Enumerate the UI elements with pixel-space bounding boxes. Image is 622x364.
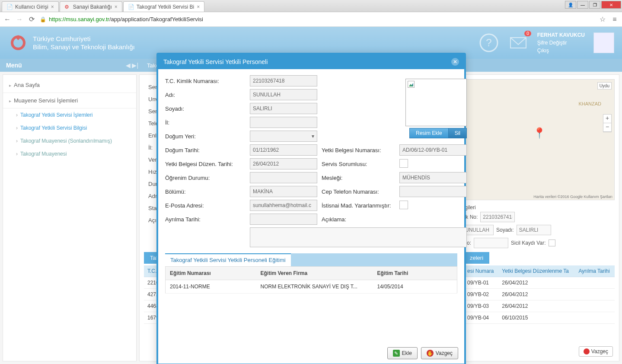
edu-col-firma: Eğitim Veren Firma (256, 267, 373, 280)
modal-add-button[interactable]: ✎ Ekle (387, 347, 418, 359)
ad-input[interactable] (250, 89, 317, 100)
table-row[interactable]: 2014-11-NORMENORM ELEKTRONİK SANAYİ VE D… (166, 280, 457, 294)
aciklama-textarea[interactable] (250, 227, 467, 247)
yetki-tarih-input[interactable] (250, 158, 317, 169)
modal-footer: ✎ Ekle ✋ Vazgeç (158, 343, 464, 364)
modal-close-button[interactable]: ✕ (451, 58, 459, 66)
sorumlu-checkbox[interactable] (399, 159, 408, 168)
edu-table: Eğitim Numarası Eğitim Veren Firma Eğiti… (165, 266, 457, 294)
chevron-down-icon: ▾ (312, 133, 314, 139)
photo-preview (405, 79, 467, 126)
photo-delete-button[interactable]: Sil (449, 128, 467, 138)
bolum-input[interactable] (250, 186, 317, 197)
ayrilma-input[interactable] (250, 214, 317, 225)
tc-input[interactable] (250, 75, 317, 86)
modal-titlebar: Takograf Yetkili Servisi Yetkili Persone… (158, 54, 464, 69)
il-input[interactable] (250, 117, 317, 128)
cep-input[interactable] (399, 186, 467, 197)
modal-title-text: Takograf Yetkili Servisi Yetkili Persone… (163, 58, 268, 65)
yetki-no-input[interactable] (399, 144, 467, 156)
photo-add-button[interactable]: Resim Ekle (409, 128, 449, 138)
ogrenim-input[interactable] (250, 172, 317, 183)
edu-tab[interactable]: Takograf Yetkili Servisi Yetkili Persone… (165, 253, 291, 266)
eposta-input[interactable] (250, 200, 317, 211)
istisnai-checkbox[interactable] (399, 201, 408, 209)
meslek-input[interactable] (399, 172, 467, 183)
soyad-input[interactable] (250, 103, 317, 114)
modal-cancel-button[interactable]: ✋ Vazgeç (421, 347, 458, 359)
dogum-tarihi-input[interactable] (250, 144, 317, 156)
broken-image-icon (408, 81, 415, 88)
edu-col-tarih: Eğitim Tarihi (373, 267, 457, 280)
dogum-yeri-select[interactable]: ▾ (250, 131, 317, 142)
personnel-modal: Takograf Yetkili Servisi Yetkili Persone… (156, 53, 466, 364)
plus-icon: ✎ (393, 350, 400, 357)
stop-icon: ✋ (427, 350, 434, 357)
edu-tab-strip: Takograf Yetkili Servisi Yetkili Persone… (165, 253, 457, 266)
edu-col-no: Eğitim Numarası (166, 267, 256, 280)
